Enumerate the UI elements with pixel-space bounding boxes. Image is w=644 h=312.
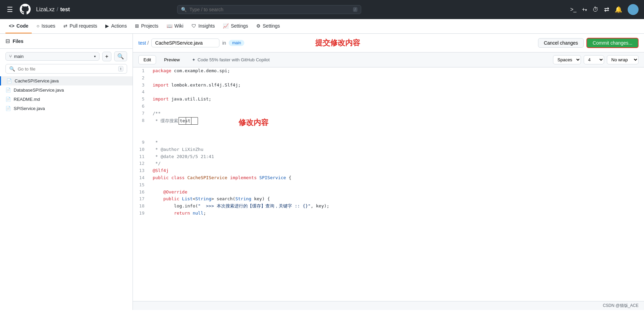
line-number: 14 bbox=[133, 174, 150, 182]
line-code[interactable] bbox=[150, 89, 644, 96]
search-bar[interactable]: 🔍 / bbox=[177, 5, 361, 14]
branch-selector-row: ⑂ main ▾ + 🔍 bbox=[0, 49, 133, 64]
line-code[interactable]: import java.util.List; bbox=[150, 96, 644, 103]
line-number: 15 bbox=[133, 182, 150, 189]
notification-button[interactable]: 🔔 bbox=[615, 6, 622, 13]
file-name: README.md bbox=[14, 97, 40, 102]
line-code[interactable]: public List<String> search(String key) { bbox=[150, 196, 644, 203]
code-line-11: 11 * @date 2020/5/5 21:41 bbox=[133, 153, 644, 160]
add-file-button[interactable]: + bbox=[102, 52, 111, 61]
cancel-changes-button[interactable]: Cancel changes bbox=[538, 38, 584, 48]
terminal-button[interactable]: >_ bbox=[570, 6, 576, 13]
line-code[interactable]: */ bbox=[150, 160, 644, 167]
line-number: 4 bbox=[133, 89, 150, 96]
line-number: 7 bbox=[133, 110, 150, 117]
editor-header: test / in main 提交修改内容 Cancel changes Com… bbox=[133, 34, 644, 52]
repo-link[interactable]: test bbox=[60, 6, 70, 13]
file-icon: 📄 bbox=[5, 106, 11, 111]
github-logo bbox=[20, 4, 31, 16]
nav-pull-requests[interactable]: ⇄ Pull requests bbox=[60, 19, 101, 33]
sidebar-header: ⊟ Files bbox=[0, 34, 133, 49]
branch-badge: main bbox=[229, 40, 244, 46]
nav-wiki[interactable]: 📖 Wiki bbox=[163, 19, 187, 33]
line-code[interactable]: package com.example.demo.spi; bbox=[150, 67, 644, 75]
line-number: 11 bbox=[133, 153, 150, 160]
nav-code[interactable]: <> Code bbox=[5, 19, 32, 33]
security-icon: 🛡 bbox=[191, 23, 196, 29]
breadcrumb-slash: / bbox=[148, 40, 149, 46]
line-number: 9 bbox=[133, 139, 150, 146]
code-line-5: 5 import java.util.List; bbox=[133, 96, 644, 103]
line-code[interactable]: * @author LiXinZhu bbox=[150, 146, 644, 153]
toolbar-right: Spaces Tabs 4 2 8 No wrap Soft wrap bbox=[553, 55, 639, 64]
file-search-bar[interactable]: 🔍 t bbox=[5, 64, 127, 74]
file-item-spi[interactable]: 📄 SPIService.java bbox=[0, 104, 133, 113]
copilot-banner: ✦ Code 55% faster with GitHub Copilot bbox=[192, 57, 270, 62]
branch-icon: ⑂ bbox=[9, 54, 12, 59]
nav-issues[interactable]: ○ Issues bbox=[33, 19, 59, 33]
file-item-readme[interactable]: 📄 README.md bbox=[0, 95, 133, 104]
code-line-19: 19 return null; bbox=[133, 210, 644, 217]
code-line-8: 8 * 缓存搜索test 修改内容 bbox=[133, 117, 644, 139]
pr-button[interactable]: ⇄ bbox=[604, 6, 609, 13]
sidebar-title: Files bbox=[13, 38, 24, 44]
line-code[interactable]: /** bbox=[150, 110, 644, 117]
timer-button[interactable]: ⏱ bbox=[593, 6, 599, 13]
top-nav-right: >_ +▾ ⏱ ⇄ 🔔 bbox=[570, 4, 639, 15]
filename-input[interactable] bbox=[151, 38, 219, 47]
line-number: 8 bbox=[133, 117, 150, 139]
settings-icon: ⚙ bbox=[256, 23, 261, 29]
indent-select[interactable]: 4 2 8 bbox=[584, 55, 604, 64]
line-code[interactable]: import lombok.extern.slf4j.Slf4j; bbox=[150, 82, 644, 89]
breadcrumb-repo-link[interactable]: test bbox=[138, 40, 146, 46]
branch-selector[interactable]: ⑂ main ▾ bbox=[5, 52, 99, 61]
line-code[interactable]: @Slf4j bbox=[150, 167, 644, 174]
credit-text: CSDN @猫饭_ACE bbox=[603, 303, 639, 309]
nav-settings[interactable]: ⚙ Settings bbox=[253, 19, 283, 33]
sidebar-toggle-icon[interactable]: ⊟ bbox=[5, 38, 10, 44]
line-code[interactable]: * @date 2020/5/5 21:41 bbox=[150, 153, 644, 160]
file-search-icon: 🔍 bbox=[9, 66, 15, 72]
projects-icon: ⊞ bbox=[135, 23, 139, 29]
main-layout: ⊟ Files ⑂ main ▾ + 🔍 🔍 t 📄 CacheSPIServi… bbox=[0, 34, 644, 310]
spaces-select[interactable]: Spaces Tabs bbox=[553, 55, 581, 64]
breadcrumb: test / bbox=[138, 40, 149, 46]
file-item-database[interactable]: 📄 DatabaseSPIService.java bbox=[0, 85, 133, 95]
search-input[interactable] bbox=[189, 7, 350, 12]
line-code[interactable]: public class CacheSPIService implements … bbox=[150, 174, 644, 182]
search-file-button[interactable]: 🔍 bbox=[114, 51, 127, 61]
owner-link[interactable]: LizaLxz bbox=[36, 6, 55, 13]
line-code[interactable] bbox=[150, 103, 644, 110]
file-list: 📄 CacheSPIService.java 📄 DatabaseSPIServ… bbox=[0, 76, 133, 310]
edit-tab[interactable]: Edit bbox=[138, 55, 156, 64]
edit-toolbar: Edit Preview ✦ Code 55% faster with GitH… bbox=[133, 52, 644, 67]
sidebar: ⊟ Files ⑂ main ▾ + 🔍 🔍 t 📄 CacheSPIServi… bbox=[0, 34, 133, 310]
line-number: 6 bbox=[133, 103, 150, 110]
file-name: CacheSPIService.java bbox=[15, 78, 59, 83]
line-code[interactable]: log.info(" >>> 本次搜索进行的【缓存】查询，关键字 :: {}",… bbox=[150, 203, 644, 210]
line-code[interactable]: @Override bbox=[150, 189, 644, 196]
file-item-cache[interactable]: 📄 CacheSPIService.java bbox=[0, 76, 133, 85]
insights-icon: 📈 bbox=[223, 23, 229, 29]
nav-security[interactable]: 🛡 Insights bbox=[188, 19, 218, 33]
code-line-18: 18 log.info(" >>> 本次搜索进行的【缓存】查询，关键字 :: {… bbox=[133, 203, 644, 210]
line-code[interactable] bbox=[150, 182, 644, 189]
wrap-select[interactable]: No wrap Soft wrap bbox=[607, 55, 639, 64]
nav-insights[interactable]: 📈 Settings bbox=[219, 19, 251, 33]
line-code[interactable]: * 缓存搜索test 修改内容 bbox=[150, 117, 644, 139]
nav-projects[interactable]: ⊞ Projects bbox=[132, 19, 162, 33]
commit-changes-button[interactable]: Commit changes... bbox=[586, 38, 639, 48]
nav-actions[interactable]: ▶ Actions bbox=[102, 19, 130, 33]
file-search-input[interactable] bbox=[18, 66, 116, 72]
line-code[interactable]: return null; bbox=[150, 210, 644, 217]
line-code[interactable]: * bbox=[150, 139, 644, 146]
code-line-15: 15 bbox=[133, 182, 644, 189]
hamburger-menu[interactable]: ☰ bbox=[5, 4, 14, 15]
code-line-3: 3 import lombok.extern.slf4j.Slf4j; bbox=[133, 82, 644, 89]
code-line-9: 9 * bbox=[133, 139, 644, 146]
new-button[interactable]: +▾ bbox=[582, 6, 587, 13]
line-code[interactable] bbox=[150, 75, 644, 82]
editor-wrapper[interactable]: 1 package com.example.demo.spi; 2 3 impo… bbox=[133, 67, 644, 301]
preview-tab[interactable]: Preview bbox=[159, 55, 185, 64]
avatar[interactable] bbox=[628, 4, 639, 15]
